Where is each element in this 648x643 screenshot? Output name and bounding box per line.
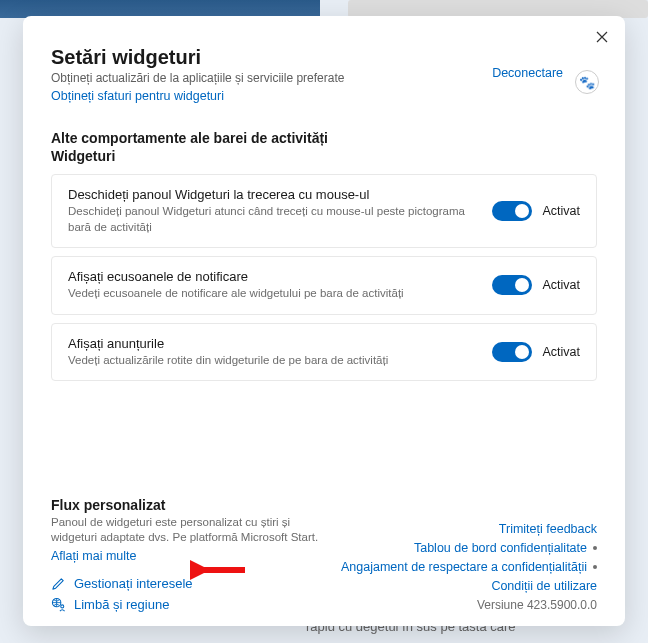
toggle-state-label: Activat — [542, 278, 580, 292]
account-name-placeholder — [447, 54, 597, 64]
setting-card-badges: Afișați ecusoanele de notificare Vedeți … — [51, 256, 597, 315]
toggle-state-label: Activat — [542, 345, 580, 359]
pencil-icon — [51, 576, 66, 591]
setting-title: Deschideți panoul Widgeturi la trecerea … — [68, 187, 480, 202]
setting-card-announcements: Afișați anunțurile Vedeți actualizările … — [51, 323, 597, 382]
setting-card-hover: Deschideți panoul Widgeturi la trecerea … — [51, 174, 597, 248]
privacy-commitment-link[interactable]: Angajament de respectare a confidențiali… — [341, 560, 587, 574]
toggle-hover[interactable] — [492, 201, 532, 221]
behaviors-heading: Alte comportamente ale barei de activită… — [51, 130, 597, 146]
avatar-icon: 🐾 — [579, 75, 595, 90]
signout-link[interactable]: Deconectare — [492, 66, 563, 80]
manage-interests-label: Gestionați interesele — [74, 576, 193, 591]
avatar[interactable]: 🐾 — [575, 70, 599, 94]
close-icon — [596, 31, 608, 43]
toggle-announcements[interactable] — [492, 342, 532, 362]
globe-person-icon — [51, 597, 66, 612]
manage-interests-link[interactable]: Gestionați interesele — [51, 576, 331, 591]
setting-desc: Deschideți panoul Widgeturi atunci când … — [68, 204, 480, 235]
setting-title: Afișați anunțurile — [68, 336, 480, 351]
behaviors-subheading: Widgeturi — [51, 148, 597, 164]
bullet-icon — [593, 565, 597, 569]
learn-more-link[interactable]: Aflați mai multe — [51, 549, 136, 563]
setting-desc: Vedeți actualizările rotite din widgetur… — [68, 353, 480, 369]
bullet-icon — [593, 546, 597, 550]
setting-title: Afișați ecusoanele de notificare — [68, 269, 480, 284]
feed-heading: Flux personalizat — [51, 497, 331, 513]
toggle-state-label: Activat — [542, 204, 580, 218]
page-subtitle: Obțineți actualizări de la aplicațiile ș… — [51, 71, 344, 85]
feed-desc: Panoul de widgeturi este personalizat cu… — [51, 515, 331, 546]
page-title: Setări widgeturi — [51, 46, 344, 69]
svg-point-1 — [61, 605, 64, 608]
privacy-dashboard-link[interactable]: Tablou de bord confidențialitate — [414, 541, 587, 555]
toggle-badges[interactable] — [492, 275, 532, 295]
tips-link[interactable]: Obțineți sfaturi pentru widgeturi — [51, 89, 224, 103]
language-region-label: Limbă și regiune — [74, 597, 169, 612]
language-region-link[interactable]: Limbă și regiune — [51, 597, 331, 612]
close-button[interactable] — [591, 26, 613, 48]
widget-settings-panel: Setări widgeturi Obțineți actualizări de… — [23, 16, 625, 626]
version-text: Versiune 423.5900.0.0 — [477, 598, 597, 612]
setting-desc: Vedeți ecusoanele de notificare ale widg… — [68, 286, 480, 302]
feedback-link[interactable]: Trimiteți feedback — [499, 522, 597, 536]
terms-link[interactable]: Condiții de utilizare — [491, 579, 597, 593]
